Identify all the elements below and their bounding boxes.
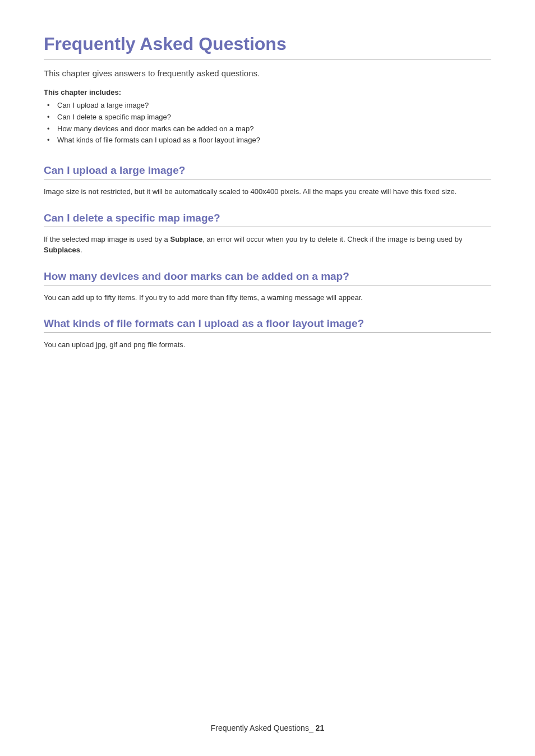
- section-body: Image size is not restricted, but it wil…: [44, 186, 491, 197]
- intro-text: This chapter gives answers to frequently…: [44, 68, 491, 78]
- section-heading: Can I upload a large image?: [44, 164, 491, 179]
- includes-item: Can I delete a specific map image?: [44, 112, 491, 123]
- footer-label: Frequently Asked Questions_: [211, 723, 313, 732]
- page-number: 21: [316, 723, 325, 732]
- page-footer: Frequently Asked Questions_ 21: [0, 723, 535, 732]
- faq-section: What kinds of file formats can I upload …: [44, 317, 491, 351]
- includes-item: How many devices and door marks can be a…: [44, 123, 491, 135]
- section-heading: What kinds of file formats can I upload …: [44, 317, 491, 333]
- includes-item: Can I upload a large image?: [44, 100, 491, 112]
- faq-section: How many devices and door marks can be a…: [44, 270, 491, 303]
- section-body: You can upload jpg, gif and png file for…: [44, 339, 491, 351]
- includes-item: What kinds of file formats can I upload …: [44, 135, 491, 146]
- section-heading: Can I delete a specific map image?: [44, 212, 491, 227]
- faq-section: Can I delete a specific map image? If th…: [44, 212, 491, 256]
- section-heading: How many devices and door marks can be a…: [44, 270, 491, 285]
- includes-label: This chapter includes:: [44, 88, 491, 96]
- includes-list: Can I upload a large image? Can I delete…: [44, 100, 491, 146]
- section-body: You can add up to fifty items. If you tr…: [44, 292, 491, 303]
- faq-section: Can I upload a large image? Image size i…: [44, 164, 491, 197]
- section-body: If the selected map image is used by a S…: [44, 234, 491, 256]
- page-title: Frequently Asked Questions: [44, 34, 491, 59]
